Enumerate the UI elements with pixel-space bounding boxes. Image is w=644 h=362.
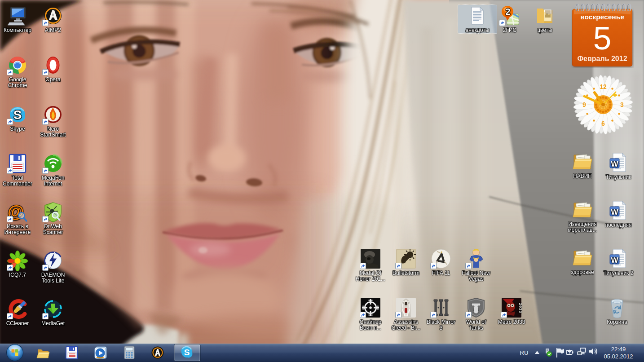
svg-text:6: 6: [601, 120, 605, 127]
svg-text:S: S: [184, 348, 190, 357]
svg-text:3: 3: [620, 101, 624, 108]
svg-text:5: 5: [593, 20, 612, 56]
svg-text:9: 9: [582, 101, 586, 108]
svg-text:22:49: 22:49: [611, 346, 626, 353]
svg-text:Февраль 2012: Февраль 2012: [577, 55, 627, 62]
svg-text:05.02.2012: 05.02.2012: [604, 353, 633, 360]
svg-text:12: 12: [600, 83, 607, 90]
svg-text:RU: RU: [520, 349, 529, 356]
